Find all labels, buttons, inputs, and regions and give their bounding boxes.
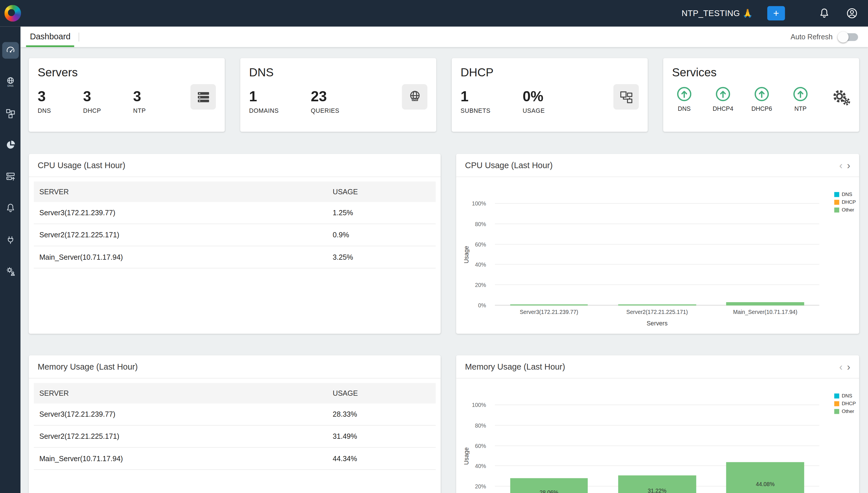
table-row[interactable]: Main_Server(10.71.17.94) 44.34% xyxy=(34,447,436,470)
stat-dhcp-servers: 3 DHCP xyxy=(83,89,101,114)
organization-selector[interactable]: NTP_TESTING 🙏 xyxy=(681,8,753,18)
quick-add-button[interactable]: + xyxy=(767,6,785,20)
y-tick-label: 40% xyxy=(475,262,486,268)
dhcp-card-title: DHCP xyxy=(461,66,639,79)
cpu-chart-panel: CPU Usage (Last Hour) ‹ › Usage 0%20%40%… xyxy=(456,154,859,334)
legend-item[interactable]: Other xyxy=(834,207,856,212)
bar-segment[interactable]: 31.22% xyxy=(618,475,696,493)
table-row[interactable]: Server3(172.21.239.77) 1.25% xyxy=(34,202,436,224)
memory-usage-table: SERVER USAGE Server3(172.21.239.77) 28.3… xyxy=(34,383,436,470)
column-server: SERVER xyxy=(34,181,327,202)
y-tick-label: 60% xyxy=(475,443,486,449)
legend-swatch xyxy=(834,393,839,398)
service-dhcp6[interactable]: DHCP6 xyxy=(749,86,774,112)
bar-group[interactable]: 44.08% xyxy=(726,405,804,493)
dashboard-gauge-icon xyxy=(5,45,16,56)
legend-swatch xyxy=(834,192,839,197)
bar-segment[interactable]: 28.06% xyxy=(510,478,588,493)
bar-value-label: 44.08% xyxy=(756,481,775,488)
topbar-actions: NTP_TESTING 🙏 + xyxy=(681,6,858,20)
service-dns[interactable]: DNS xyxy=(672,86,696,112)
x-tick-label: Server2(172.21.225.171) xyxy=(626,309,688,315)
y-tick-label: 80% xyxy=(475,423,486,428)
servers-card: Servers 3 DNS 3 DHCP 3 NTP xyxy=(29,58,225,132)
services-card-title: Services xyxy=(672,66,850,79)
legend-item[interactable]: DNS xyxy=(834,393,856,398)
cpu-table-title: CPU Usage (Last Hour) xyxy=(38,160,125,170)
services-gears-icon xyxy=(831,88,851,109)
sidebar-item-server-management[interactable] xyxy=(2,168,19,185)
chart-next-icon[interactable]: › xyxy=(847,160,850,170)
sidebar-item-ipam[interactable] xyxy=(2,105,19,122)
dns-card: DNS 1 DOMAINS 23 QUERIES DNS xyxy=(240,58,436,132)
legend-item[interactable]: DHCP xyxy=(834,401,856,406)
cpu-table-panel: CPU Usage (Last Hour) SERVER USAGE Serve… xyxy=(29,154,441,334)
service-dhcp4[interactable]: DHCP4 xyxy=(711,86,735,112)
bar-group[interactable] xyxy=(510,204,588,306)
x-tick-label: Server3(172.21.239.77) xyxy=(520,309,578,315)
servers-card-title: Servers xyxy=(38,66,216,79)
stat-domains: 1 DOMAINS xyxy=(249,89,279,114)
table-row[interactable]: Server3(172.21.239.77) 28.33% xyxy=(34,404,436,425)
alarm-bell-icon xyxy=(5,202,16,214)
table-row[interactable]: Server2(172.21.225.171) 0.9% xyxy=(34,224,436,246)
bar-segment[interactable] xyxy=(726,302,804,306)
legend-item[interactable]: Other xyxy=(834,408,856,414)
dhcp-card-icon-box xyxy=(613,84,639,110)
service-ntp[interactable]: NTP xyxy=(788,86,812,112)
pie-chart-icon xyxy=(5,140,16,151)
service-up-arrow-icon xyxy=(754,86,769,102)
bar-segment[interactable] xyxy=(618,304,696,305)
bar-value-label: 28.06% xyxy=(539,490,558,493)
admin-gear-user-icon xyxy=(5,266,16,277)
legend-swatch xyxy=(834,409,839,413)
sidebar-item-reports[interactable] xyxy=(2,136,19,153)
legend-label: DHCP xyxy=(842,199,856,205)
sidebar-item-global-dns[interactable]: DNS xyxy=(2,74,19,90)
table-row[interactable]: Server2(172.21.225.171) 31.49% xyxy=(34,425,436,447)
column-usage: USAGE xyxy=(327,383,436,404)
legend-item[interactable]: DHCP xyxy=(834,199,856,205)
tab-bar: Dashboard Auto Refresh xyxy=(20,27,868,47)
bar-segment[interactable] xyxy=(510,304,588,305)
cpu-chart-title: CPU Usage (Last Hour) xyxy=(465,160,553,170)
ipam-blocks-icon xyxy=(5,108,16,119)
bar-segment[interactable]: 44.08% xyxy=(726,462,804,493)
plot-area xyxy=(495,204,819,306)
svg-text:DNS: DNS xyxy=(412,98,417,101)
account-avatar-icon[interactable] xyxy=(846,7,858,19)
notifications-bell-icon[interactable] xyxy=(818,7,830,19)
sidebar-item-administration[interactable] xyxy=(2,263,19,279)
legend-label: DHCP xyxy=(842,401,856,406)
bar-group[interactable]: 31.22% xyxy=(618,405,696,493)
bar-group[interactable] xyxy=(618,204,696,306)
auto-refresh-toggle[interactable] xyxy=(839,33,858,41)
stat-dns-servers: 3 DNS xyxy=(38,89,51,114)
tab-dashboard-label: Dashboard xyxy=(30,31,70,41)
chart-prev-icon[interactable]: ‹ xyxy=(839,362,843,372)
y-tick-label: 80% xyxy=(475,221,486,227)
bar-group[interactable] xyxy=(726,204,804,306)
legend-label: Other xyxy=(842,408,854,414)
app-logo[interactable] xyxy=(4,5,21,22)
legend-item[interactable]: DNS xyxy=(834,191,856,197)
dhcp-card: DHCP 1 SUBNETS 0% USAGE xyxy=(452,58,648,132)
bar-group[interactable]: 28.06% xyxy=(510,405,588,493)
server-stack-icon xyxy=(5,171,16,182)
tab-dashboard[interactable]: Dashboard xyxy=(26,27,75,47)
chart-prev-icon[interactable]: ‹ xyxy=(839,160,843,170)
memory-table-panel: Memory Usage (Last Hour) SERVER USAGE Se… xyxy=(29,355,441,493)
memory-usage-chart: Usage 0%20%40%60%80%100% 28.06%31.22%44.… xyxy=(456,379,859,493)
sidebar-item-alarms[interactable] xyxy=(2,200,19,216)
summary-cards: Servers 3 DNS 3 DHCP 3 NTP xyxy=(29,58,859,132)
column-usage: USAGE xyxy=(327,181,436,202)
toggle-knob xyxy=(838,31,849,42)
sidebar-item-dashboard[interactable] xyxy=(2,42,19,59)
table-row[interactable]: Main_Server(10.71.17.94) 3.25% xyxy=(34,246,436,268)
chart-next-icon[interactable]: › xyxy=(847,362,850,372)
memory-table-title: Memory Usage (Last Hour) xyxy=(38,362,138,371)
sidebar-item-integrations[interactable] xyxy=(2,231,19,248)
chart-legend: DNSDHCPOther xyxy=(834,393,856,416)
y-tick-label: 0% xyxy=(478,302,486,308)
x-axis-title: Servers xyxy=(495,320,819,326)
